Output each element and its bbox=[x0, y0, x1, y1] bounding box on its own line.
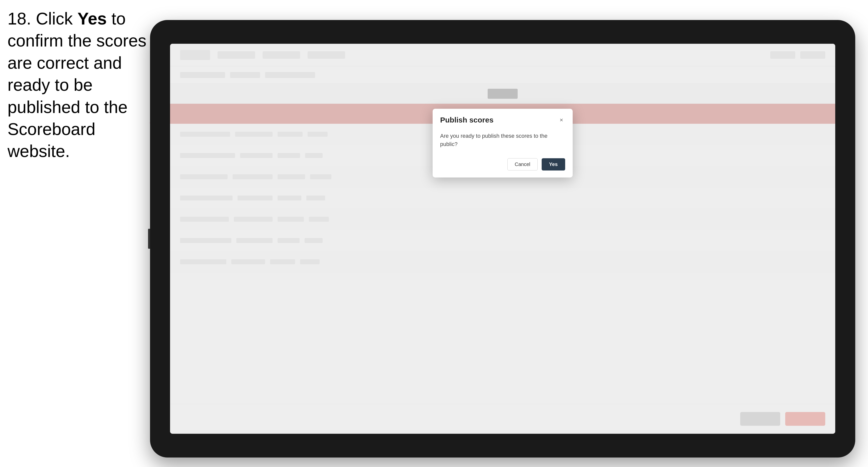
bold-yes: Yes bbox=[78, 9, 107, 28]
yes-button[interactable]: Yes bbox=[541, 158, 565, 170]
instruction-text-after: to confirm the scores are correct and re… bbox=[7, 9, 147, 160]
cancel-button[interactable]: Cancel bbox=[507, 158, 537, 170]
dialog-title: Publish scores bbox=[440, 116, 493, 124]
dialog-body: Are you ready to publish these scores to… bbox=[433, 129, 573, 156]
modal-overlay: Publish scores × Are you ready to publis… bbox=[170, 44, 835, 434]
dialog-header: Publish scores × bbox=[433, 109, 573, 129]
dialog-message: Are you ready to publish these scores to… bbox=[440, 132, 565, 148]
tablet-screen: Publish scores × Are you ready to publis… bbox=[170, 44, 835, 434]
tablet-side-button bbox=[148, 229, 150, 249]
step-number: 18. bbox=[7, 9, 31, 28]
tablet-device: Publish scores × Are you ready to publis… bbox=[150, 20, 855, 458]
dialog-footer: Cancel Yes bbox=[433, 156, 573, 178]
publish-scores-dialog: Publish scores × Are you ready to publis… bbox=[433, 109, 573, 178]
dialog-close-button[interactable]: × bbox=[558, 116, 565, 124]
instruction-text-before: Click bbox=[36, 9, 77, 28]
instruction-text: 18. Click Yes to confirm the scores are … bbox=[7, 7, 153, 162]
